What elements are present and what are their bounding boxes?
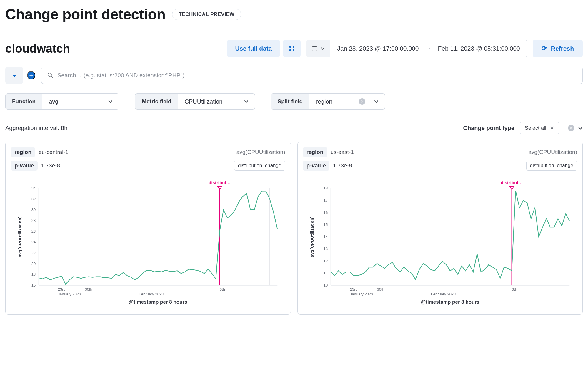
panel-layout-button[interactable] bbox=[283, 40, 301, 57]
svg-text:13: 13 bbox=[323, 247, 327, 251]
toolbar: cloudwatch Use full data Jan 28, 2023 @ … bbox=[5, 31, 583, 57]
date-range-display[interactable]: Jan 28, 2023 @ 17:00:00.000 → Feb 11, 20… bbox=[330, 45, 527, 52]
page-title: Change point detection bbox=[5, 6, 166, 23]
svg-line-12 bbox=[51, 76, 53, 78]
filter-options-button[interactable] bbox=[5, 67, 23, 84]
change-type-badge: distribution_change bbox=[234, 161, 285, 171]
plus-icon: ＋ bbox=[28, 71, 34, 79]
split-field-select[interactable]: Split field region ✕ bbox=[271, 93, 385, 110]
technical-preview-badge: TECHNICAL PREVIEW bbox=[172, 9, 241, 20]
pvalue-value: 1.73e-8 bbox=[41, 162, 60, 169]
svg-text:16: 16 bbox=[31, 283, 36, 287]
svg-text:@timestamp per 8 hours: @timestamp per 8 hours bbox=[129, 299, 187, 305]
svg-rect-2 bbox=[289, 49, 291, 51]
add-filter-button[interactable]: ＋ bbox=[27, 71, 35, 79]
svg-text:20: 20 bbox=[31, 262, 36, 266]
clear-split-field-button[interactable]: ✕ bbox=[359, 98, 365, 105]
split-field-label: Split field bbox=[271, 94, 310, 109]
close-icon[interactable]: ✕ bbox=[550, 125, 554, 131]
svg-text:23rd: 23rd bbox=[58, 287, 66, 292]
date-range-picker[interactable]: Jan 28, 2023 @ 17:00:00.000 → Feb 11, 20… bbox=[306, 40, 527, 57]
svg-text:February 2023: February 2023 bbox=[139, 292, 164, 296]
date-to: Feb 11, 2023 @ 05:31:00.000 bbox=[438, 45, 520, 52]
svg-text:January 2023: January 2023 bbox=[58, 292, 81, 296]
timeseries-chart: 16182022242628303234distribut…23rd30th6t… bbox=[11, 177, 285, 306]
use-full-data-button[interactable]: Use full data bbox=[227, 40, 280, 57]
svg-text:distribut…: distribut… bbox=[501, 180, 523, 185]
svg-text:30th: 30th bbox=[85, 287, 92, 292]
chart-card: region us-east-1 avg(CPUUtilization) p-v… bbox=[297, 142, 583, 315]
pvalue-tag: p-value bbox=[11, 161, 38, 171]
function-select[interactable]: Function avg bbox=[5, 93, 119, 110]
timeseries-chart: 101112131415161718distribut…23rd30th6thJ… bbox=[303, 177, 577, 306]
svg-text:28: 28 bbox=[31, 218, 36, 223]
chevron-down-icon[interactable] bbox=[578, 126, 583, 130]
change-point-type-label: Change point type bbox=[463, 125, 514, 132]
svg-text:10: 10 bbox=[323, 283, 327, 287]
calendar-icon bbox=[312, 46, 317, 51]
arrow-right-icon: → bbox=[425, 45, 431, 52]
metric-summary: avg(CPUUtilization) bbox=[236, 149, 285, 155]
metric-field-select[interactable]: Metric field CPUUtilization bbox=[135, 93, 255, 110]
svg-marker-30 bbox=[218, 187, 222, 189]
svg-text:32: 32 bbox=[31, 197, 36, 201]
aggregation-interval-text: Aggregation interval: 8h bbox=[5, 125, 67, 132]
change-type-badge: distribution_change bbox=[526, 161, 577, 171]
svg-text:@timestamp per 8 hours: @timestamp per 8 hours bbox=[421, 299, 479, 305]
svg-rect-4 bbox=[312, 47, 317, 51]
svg-text:30: 30 bbox=[31, 207, 36, 212]
grid-4dots-icon bbox=[289, 46, 295, 51]
chevron-down-icon bbox=[108, 99, 112, 104]
metric-summary: avg(CPUUtilization) bbox=[528, 149, 577, 155]
search-icon bbox=[47, 72, 53, 78]
svg-text:15: 15 bbox=[323, 222, 327, 227]
svg-text:11: 11 bbox=[323, 271, 327, 275]
svg-text:February 2023: February 2023 bbox=[431, 292, 456, 296]
close-icon: ✕ bbox=[569, 126, 573, 130]
function-label: Function bbox=[6, 94, 42, 109]
region-value: eu-central-1 bbox=[39, 149, 68, 155]
svg-text:16: 16 bbox=[323, 210, 327, 215]
svg-text:26: 26 bbox=[31, 229, 36, 234]
select-all-label: Select all bbox=[525, 125, 546, 131]
svg-text:6th: 6th bbox=[512, 287, 517, 292]
svg-rect-1 bbox=[293, 46, 294, 48]
chevron-down-icon bbox=[244, 99, 248, 104]
chevron-down-icon bbox=[374, 99, 378, 104]
pvalue-value: 1.73e-8 bbox=[333, 162, 352, 169]
svg-text:6th: 6th bbox=[220, 287, 225, 292]
refresh-label: Refresh bbox=[551, 45, 574, 52]
date-range-quick-select[interactable] bbox=[306, 40, 330, 57]
svg-text:23rd: 23rd bbox=[350, 287, 357, 292]
search-input[interactable] bbox=[57, 72, 577, 79]
refresh-icon: ⟳ bbox=[542, 45, 547, 52]
chart-card: region eu-central-1 avg(CPUUtilization) … bbox=[5, 142, 291, 315]
svg-text:14: 14 bbox=[323, 234, 327, 239]
change-point-type-select[interactable]: Select all ✕ bbox=[520, 122, 559, 134]
split-field-value: region bbox=[316, 98, 332, 105]
svg-text:30th: 30th bbox=[377, 287, 384, 292]
svg-rect-3 bbox=[293, 49, 294, 51]
svg-marker-55 bbox=[509, 187, 514, 189]
svg-point-11 bbox=[48, 73, 51, 76]
svg-text:24: 24 bbox=[31, 240, 36, 244]
region-value: us-east-1 bbox=[331, 149, 354, 155]
svg-text:12: 12 bbox=[323, 259, 327, 263]
svg-text:January 2023: January 2023 bbox=[350, 292, 373, 296]
svg-text:17: 17 bbox=[323, 198, 327, 202]
svg-text:18: 18 bbox=[323, 186, 327, 190]
clear-change-point-type-button[interactable]: ✕ bbox=[568, 125, 574, 131]
svg-text:18: 18 bbox=[31, 272, 36, 277]
region-tag: region bbox=[11, 147, 35, 157]
use-full-data-label: Use full data bbox=[235, 45, 272, 52]
svg-rect-0 bbox=[289, 46, 291, 48]
svg-text:avg(CPUUtilization): avg(CPUUtilization) bbox=[309, 216, 314, 257]
refresh-button[interactable]: ⟳ Refresh bbox=[533, 40, 583, 57]
filter-icon bbox=[11, 72, 17, 78]
svg-text:distribut…: distribut… bbox=[209, 180, 231, 185]
metric-field-label: Metric field bbox=[135, 94, 178, 109]
close-icon: ✕ bbox=[360, 99, 364, 104]
search-box[interactable] bbox=[41, 67, 583, 84]
svg-text:avg(CPUUtilization): avg(CPUUtilization) bbox=[17, 216, 22, 257]
metric-field-value: CPUUtilization bbox=[185, 98, 223, 105]
